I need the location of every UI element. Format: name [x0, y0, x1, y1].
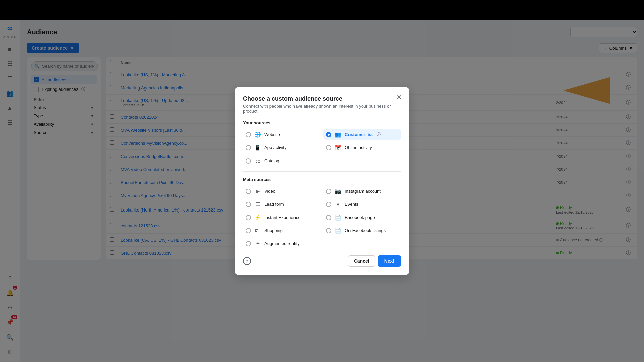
video-radio: [246, 189, 251, 194]
website-icon: 🌐: [254, 131, 261, 138]
instagram-icon: 📷: [335, 188, 341, 194]
facebook-page-icon: 📄: [335, 214, 341, 221]
instagram-radio: [326, 189, 331, 194]
augmented-reality-icon: ✦: [254, 240, 261, 247]
offline-activity-icon: 📅: [335, 144, 341, 151]
modal-footer: ? Cancel Next: [243, 255, 401, 267]
video-label: Video: [264, 189, 275, 194]
app-activity-radio: [246, 145, 251, 150]
source-option-instant-experience[interactable]: ⚡ Instant Experience: [243, 212, 321, 223]
meta-sources-grid: ▶ Video 📷 Instagram account ☰ Lead form …: [243, 186, 401, 249]
source-option-augmented-reality[interactable]: ✦ Augmented reality: [243, 238, 321, 249]
on-facebook-listings-radio: [326, 228, 331, 233]
app-activity-icon: 📱: [254, 144, 261, 151]
customer-list-icon: 👥: [335, 131, 341, 138]
help-icon[interactable]: ?: [243, 257, 251, 265]
events-label: Events: [345, 202, 358, 207]
video-icon: ▶: [254, 188, 261, 194]
instant-exp-radio: [246, 215, 251, 220]
catalog-radio: [246, 158, 251, 164]
source-option-lead-form[interactable]: ☰ Lead form: [243, 199, 321, 209]
lead-form-label: Lead form: [264, 202, 284, 207]
next-button[interactable]: Next: [378, 255, 401, 267]
source-option-facebook-page[interactable]: 📄 Facebook page: [323, 212, 401, 223]
facebook-page-label: Facebook page: [345, 215, 375, 220]
source-option-offline-activity[interactable]: 📅 Offline activity: [323, 142, 401, 153]
on-facebook-listings-label: On-Facebook listings: [345, 228, 386, 233]
events-radio: [326, 202, 331, 207]
source-option-app-activity[interactable]: 📱 App activity: [243, 142, 321, 153]
source-option-catalog[interactable]: ☷ Catalog: [243, 156, 321, 166]
meta-sources-section: Meta sources: [243, 177, 401, 182]
lead-form-icon: ☰: [254, 201, 261, 207]
custom-audience-modal: ✕ Choose a custom audience source Connec…: [235, 87, 409, 275]
source-option-instagram[interactable]: 📷 Instagram account: [323, 186, 401, 196]
catalog-icon: ☷: [254, 158, 261, 164]
augmented-reality-label: Augmented reality: [264, 241, 300, 246]
shopping-radio: [246, 228, 251, 233]
offline-activity-label: Offline activity: [345, 145, 372, 150]
customer-list-label: Customer list: [345, 132, 373, 137]
modal-close-button[interactable]: ✕: [394, 93, 404, 102]
your-sources-section: Your sources: [243, 120, 401, 125]
catalog-label: Catalog: [264, 158, 279, 163]
customer-list-info-icon: ⓘ: [377, 132, 381, 137]
offline-activity-radio: [326, 145, 331, 150]
modal-title: Choose a custom audience source: [243, 95, 401, 102]
modal-subtitle: Connect with people who have already sho…: [243, 104, 401, 114]
your-sources-grid: 🌐 Website 👥 Customer list ⓘ 📱 App activi…: [243, 129, 401, 166]
divider: [243, 171, 401, 172]
footer-buttons: Cancel Next: [348, 255, 401, 267]
on-facebook-listings-icon: 📄: [335, 227, 341, 234]
instant-exp-label: Instant Experience: [264, 215, 301, 220]
source-option-events[interactable]: ♦ Events: [323, 199, 401, 209]
app-activity-label: App activity: [264, 145, 286, 150]
shopping-label: Shopping: [264, 228, 283, 233]
source-option-shopping[interactable]: 🛍 Shopping: [243, 225, 321, 236]
customer-list-radio: [326, 132, 331, 137]
source-option-website[interactable]: 🌐 Website: [243, 129, 321, 140]
source-option-customer-list[interactable]: 👥 Customer list ⓘ: [323, 129, 401, 140]
instagram-label: Instagram account: [345, 189, 381, 194]
website-label: Website: [264, 132, 280, 137]
augmented-reality-radio: [246, 241, 251, 246]
instant-exp-icon: ⚡: [254, 214, 261, 221]
facebook-page-radio: [326, 215, 331, 220]
lead-form-radio: [246, 202, 251, 207]
source-option-video[interactable]: ▶ Video: [243, 186, 321, 196]
source-option-on-facebook-listings[interactable]: 📄 On-Facebook listings: [323, 225, 401, 236]
modal-overlay: ✕ Choose a custom audience source Connec…: [0, 0, 644, 362]
cancel-button[interactable]: Cancel: [348, 255, 375, 267]
events-icon: ♦: [335, 201, 341, 207]
shopping-icon: 🛍: [254, 228, 261, 234]
website-radio: [246, 132, 251, 137]
